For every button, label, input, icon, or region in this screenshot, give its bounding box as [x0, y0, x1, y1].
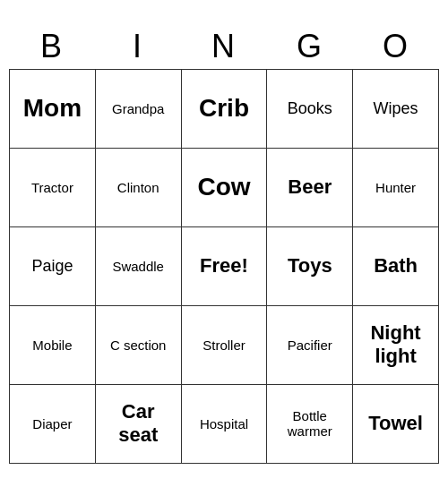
cell-r4-c0: Diaper	[10, 384, 96, 463]
cell-r2-c4: Bath	[353, 226, 439, 305]
cell-text-r2-c3: Toys	[271, 231, 349, 302]
header-n: N	[181, 24, 267, 69]
cell-text-r4-c2: Hospital	[185, 389, 263, 459]
cell-text-r3-c1: C section	[99, 310, 177, 380]
cell-text-r1-c2: Cow	[185, 152, 263, 223]
cell-text-r4-c0: Diaper	[13, 389, 91, 459]
bingo-header: B I N G O	[9, 24, 439, 69]
cell-text-r3-c0: Mobile	[13, 310, 91, 380]
cell-r0-c3: Books	[267, 69, 353, 148]
cell-r1-c3: Beer	[267, 148, 353, 226]
cell-r0-c1: Grandpa	[95, 69, 181, 148]
cell-text-r0-c3: Books	[271, 73, 349, 144]
cell-text-r3-c4: Night light	[357, 310, 435, 380]
cell-text-r0-c2: Crib	[185, 73, 263, 144]
cell-r0-c4: Wipes	[353, 69, 439, 148]
bingo-grid: MomGrandpaCribBooksWipesTractorClintonCo…	[9, 69, 439, 464]
cell-text-r2-c2: Free!	[185, 231, 263, 302]
header-b: B	[9, 24, 95, 69]
cell-r1-c1: Clinton	[95, 148, 181, 226]
header-o: O	[353, 24, 439, 69]
cell-r0-c2: Crib	[181, 69, 267, 148]
cell-r3-c3: Pacifier	[267, 305, 353, 384]
cell-r2-c0: Paige	[10, 226, 96, 305]
cell-r4-c3: Bottle warmer	[267, 384, 353, 463]
cell-r2-c3: Toys	[267, 226, 353, 305]
cell-text-r3-c2: Stroller	[185, 310, 263, 380]
cell-r4-c4: Towel	[353, 384, 439, 463]
cell-text-r1-c4: Hunter	[357, 152, 435, 223]
cell-text-r0-c0: Mom	[13, 73, 91, 144]
cell-text-r2-c1: Swaddle	[99, 231, 177, 302]
cell-r1-c4: Hunter	[353, 148, 439, 226]
cell-r3-c0: Mobile	[10, 305, 96, 384]
cell-text-r1-c1: Clinton	[99, 152, 177, 223]
cell-text-r0-c1: Grandpa	[99, 73, 177, 144]
cell-r2-c1: Swaddle	[95, 226, 181, 305]
header-g: G	[267, 24, 353, 69]
cell-text-r0-c4: Wipes	[357, 73, 435, 144]
cell-text-r1-c3: Beer	[271, 152, 349, 223]
cell-text-r2-c4: Bath	[357, 231, 435, 302]
cell-r1-c2: Cow	[181, 148, 267, 226]
cell-r2-c2: Free!	[181, 226, 267, 305]
cell-r4-c1: Car seat	[95, 384, 181, 463]
cell-text-r4-c1: Car seat	[99, 389, 177, 459]
cell-r4-c2: Hospital	[181, 384, 267, 463]
cell-text-r1-c0: Tractor	[13, 152, 91, 223]
header-i: I	[95, 24, 181, 69]
cell-text-r4-c3: Bottle warmer	[271, 389, 349, 459]
cell-text-r4-c4: Towel	[357, 389, 435, 459]
cell-r3-c2: Stroller	[181, 305, 267, 384]
cell-r3-c4: Night light	[353, 305, 439, 384]
cell-text-r2-c0: Paige	[13, 231, 91, 302]
cell-r1-c0: Tractor	[10, 148, 96, 226]
cell-r0-c0: Mom	[10, 69, 96, 148]
cell-r3-c1: C section	[95, 305, 181, 384]
cell-text-r3-c3: Pacifier	[271, 310, 349, 380]
